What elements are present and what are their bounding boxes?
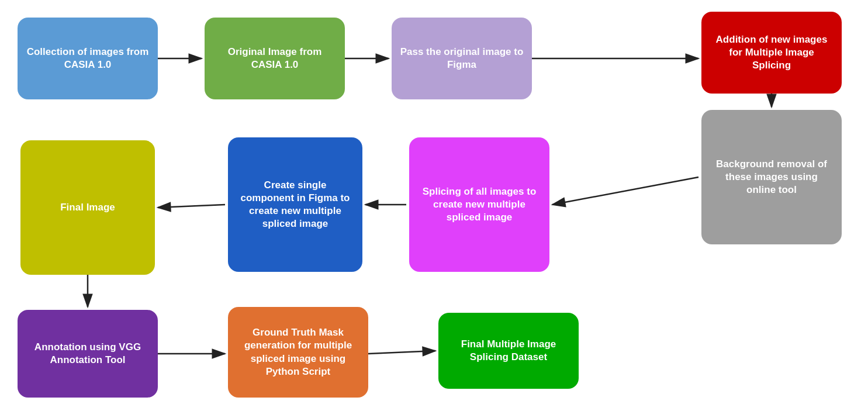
svg-line-10 [368,351,435,354]
node-ground-truth: Ground Truth Mask generation for multipl… [228,307,368,398]
node-create-single: Create single component in Figma to crea… [228,137,362,272]
node-addition-new: Addition of new images for Multiple Imag… [701,12,842,94]
node-collection: Collection of images from CASIA 1.0 [18,18,158,99]
node-pass-figma: Pass the original image to Figma [392,18,532,99]
node-final-dataset: Final Multiple Image Splicing Dataset [438,313,579,389]
flow-diagram: Collection of images from CASIA 1.0 Orig… [0,0,868,411]
node-original-image: Original Image from CASIA 1.0 [205,18,345,99]
node-annotation: Annotation using VGG Annotation Tool [18,310,158,398]
node-final-image: Final Image [20,140,155,275]
svg-line-7 [158,205,225,208]
svg-line-5 [552,177,698,205]
svg-marker-0 [0,0,6,4]
node-background-removal: Background removal of these images using… [701,110,842,244]
node-splicing-all: Splicing of all images to create new mul… [409,137,549,272]
